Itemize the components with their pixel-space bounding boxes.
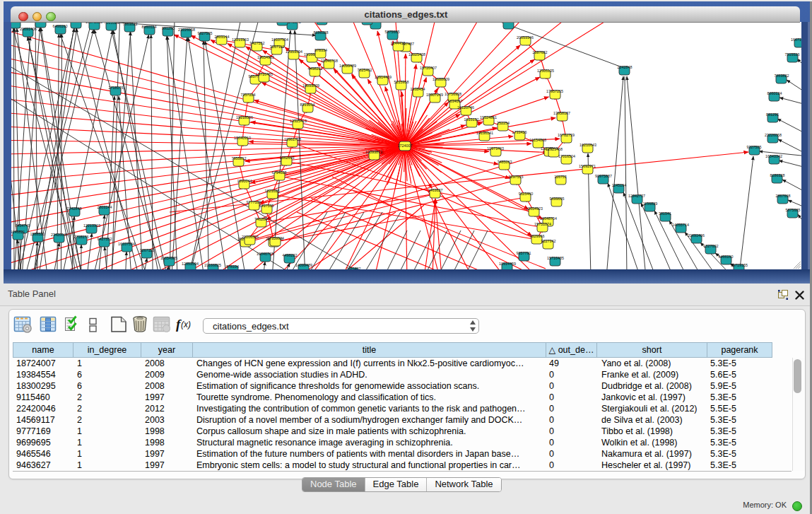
svg-text:2087682: 2087682 [533,50,548,54]
svg-text:16671355: 16671355 [791,37,801,42]
svg-text:9427552: 9427552 [250,41,265,45]
svg-text:16033809: 16033809 [302,83,319,88]
svg-text:10756928: 10756928 [445,92,461,96]
svg-text:23420046: 23420046 [51,233,68,237]
svg-text:1463627: 1463627 [428,188,443,192]
svg-text:5875685: 5875685 [786,208,801,212]
svg-text:5875685: 5875685 [385,30,400,34]
svg-text:1733426: 1733426 [512,130,527,134]
svg-text:1156829: 1156829 [643,201,658,206]
svg-text:3267110: 3267110 [270,45,285,49]
svg-text:20691406: 20691406 [20,27,37,31]
svg-text:16107554: 16107554 [118,242,135,246]
svg-text:8454749: 8454749 [16,223,30,228]
svg-text:19524851: 19524851 [480,115,497,119]
svg-text:6466160: 6466160 [53,24,68,28]
svg-text:15716485: 15716485 [256,72,273,76]
svg-text:878334: 878334 [314,48,327,52]
svg-text:23226058: 23226058 [765,133,782,137]
svg-text:17359924: 17359924 [267,236,284,240]
svg-text:16782759: 16782759 [558,133,575,137]
svg-text:12213363: 12213363 [83,223,100,228]
svg-text:6466160: 6466160 [719,255,734,259]
svg-text:891295: 891295 [162,26,175,30]
svg-text:16648754: 16648754 [540,216,557,221]
svg-text:7515526: 7515526 [785,52,800,57]
svg-text:6497505: 6497505 [259,204,274,208]
svg-text:19654985: 19654985 [160,256,177,260]
svg-text:10914459: 10914459 [499,262,516,266]
svg-text:18907249: 18907249 [426,93,443,97]
svg-text:9227342: 9227342 [541,239,556,243]
svg-text:17016504: 17016504 [558,154,575,158]
svg-text:3267110: 3267110 [140,248,155,252]
svg-text:1621025: 1621025 [265,189,280,193]
svg-text:7663822: 7663822 [775,74,789,78]
svg-text:116753: 116753 [554,175,567,179]
svg-text:2242848: 2242848 [67,206,82,211]
svg-text:10719155: 10719155 [731,263,748,267]
svg-text:9327505: 9327505 [747,145,762,149]
svg-text:13325419: 13325419 [290,119,307,123]
svg-text:15720407: 15720407 [420,66,437,70]
svg-text:4498222: 4498222 [308,66,323,71]
svg-text:19166825: 19166825 [204,263,221,267]
svg-text:12213363: 12213363 [232,37,249,42]
svg-text:1588520: 1588520 [30,232,45,236]
svg-text:12923468: 12923468 [546,147,563,151]
svg-text:9699695: 9699695 [550,197,565,201]
svg-text:10914459: 10914459 [375,75,392,79]
svg-text:2803144: 2803144 [98,205,112,209]
svg-text:9146821: 9146821 [11,230,25,234]
svg-text:12353594: 12353594 [182,262,199,266]
svg-text:9634067: 9634067 [448,99,463,103]
svg-text:2718176: 2718176 [74,235,89,239]
svg-text:1938454: 1938454 [411,87,425,91]
svg-text:(x): (x) [181,320,191,329]
svg-text:878334: 878334 [226,264,239,269]
svg-text:19654985: 19654985 [257,55,274,59]
svg-text:18640910: 18640910 [234,136,251,140]
svg-text:4498222: 4498222 [283,253,298,257]
svg-text:16120746: 16120746 [457,105,474,110]
svg-text:12942737: 12942737 [628,194,645,198]
svg-text:2242848: 2242848 [618,65,632,69]
svg-text:2718176: 2718176 [109,86,124,90]
svg-text:12093873: 12093873 [365,150,382,154]
svg-text:9427552: 9427552 [98,237,112,241]
svg-text:7955812: 7955812 [232,156,247,160]
svg-text:1244415: 1244415 [391,41,406,45]
svg-text:9329966: 9329966 [530,234,545,238]
svg-text:13654923: 13654923 [526,206,543,211]
svg-text:7625402: 7625402 [358,68,372,72]
svg-text:16107554: 16107554 [271,37,288,42]
svg-text:8186328: 8186328 [314,30,329,35]
svg-text:20691406: 20691406 [688,233,705,238]
svg-text:12505135: 12505135 [537,69,554,73]
svg-text:5215958: 5215958 [394,80,409,84]
svg-text:12353594: 12353594 [286,49,302,54]
svg-text:6794028: 6794028 [272,170,287,175]
svg-text:7485063: 7485063 [498,160,512,164]
svg-text:891295: 891295 [766,112,779,117]
svg-text:8660124: 8660124 [767,91,782,95]
svg-text:252254: 252254 [497,121,510,125]
svg-text:14099489: 14099489 [339,64,356,68]
svg-text:14099489: 14099489 [295,263,312,267]
svg-text:1362635: 1362635 [280,156,295,160]
svg-text:17957255: 17957255 [546,89,563,93]
svg-text:1615132: 1615132 [464,117,479,122]
svg-text:9857791: 9857791 [517,251,531,255]
svg-text:8186328: 8186328 [770,173,785,177]
svg-text:90975887: 90975887 [595,174,612,178]
svg-text:23226058: 23226058 [178,28,195,32]
svg-text:1145194: 1145194 [612,183,627,187]
svg-text:2867608: 2867608 [776,194,791,198]
svg-text:9327505: 9327505 [198,31,213,35]
svg-text:1990044: 1990044 [237,179,252,183]
svg-text:10973403: 10973403 [487,146,504,151]
svg-text:15692971: 15692971 [579,164,596,168]
svg-text:1297515: 1297515 [509,175,524,179]
svg-text:746206: 746206 [254,217,267,221]
svg-text:16210643: 16210643 [579,143,596,147]
